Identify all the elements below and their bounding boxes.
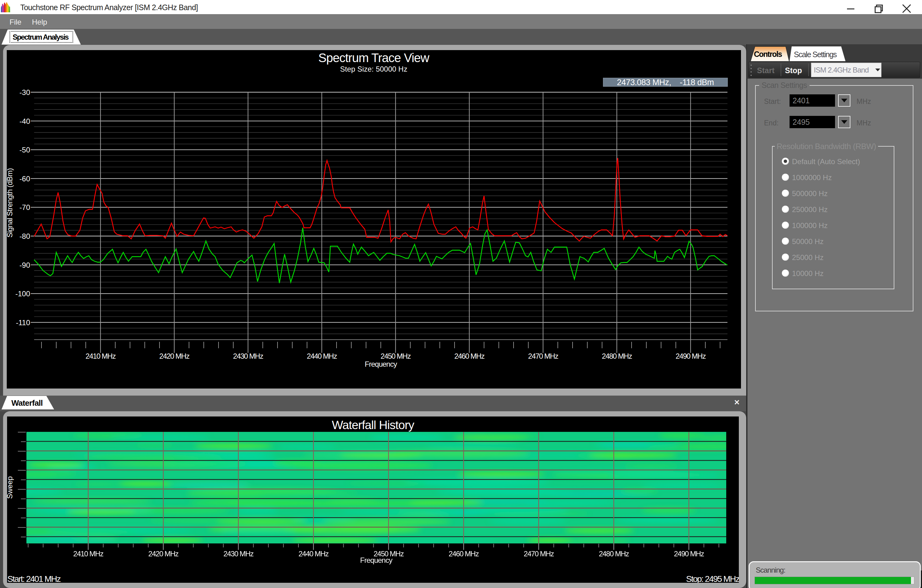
svg-text:Start: 2401 MHz: Start: 2401 MHz [7,574,60,583]
svg-text:2440 MHz: 2440 MHz [298,550,329,558]
svg-text:-90: -90 [20,261,30,269]
svg-text:-60: -60 [20,175,30,183]
svg-text:Frequency: Frequency [360,556,392,564]
svg-text:2470 MHz: 2470 MHz [524,550,554,558]
svg-text:2410 MHz: 2410 MHz [85,352,116,360]
svg-text:2430 MHz: 2430 MHz [224,550,253,558]
svg-text:2440 MHz: 2440 MHz [307,352,337,360]
svg-text:2480 MHz: 2480 MHz [599,550,629,558]
svg-text:Stop: 2495 MHz: Stop: 2495 MHz [686,574,739,583]
svg-text:-30: -30 [20,88,30,96]
svg-text:2420 MHz: 2420 MHz [149,550,178,558]
svg-text:2460 MHz: 2460 MHz [454,352,484,360]
svg-text:-80: -80 [20,232,30,240]
svg-text:2480 MHz: 2480 MHz [602,352,632,360]
svg-text:2490 MHz: 2490 MHz [675,352,706,360]
svg-text:2460 MHz: 2460 MHz [449,550,479,558]
svg-text:-50: -50 [20,146,30,154]
svg-text:2490 MHz: 2490 MHz [674,550,704,558]
svg-text:2430 MHz: 2430 MHz [233,352,263,360]
svg-text:Signal Strength (dBm): Signal Strength (dBm) [7,168,14,238]
svg-text:-40: -40 [20,117,30,126]
svg-text:-110: -110 [16,318,30,327]
svg-text:Sweep: Sweep [7,476,14,498]
svg-text:Frequency: Frequency [365,360,397,368]
svg-text:2410 MHz: 2410 MHz [73,550,103,558]
svg-text:-70: -70 [20,203,30,211]
svg-text:2420 MHz: 2420 MHz [159,352,189,360]
svg-text:2450 MHz: 2450 MHz [381,352,410,360]
svg-text:-100: -100 [15,289,30,298]
svg-text:2470 MHz: 2470 MHz [528,352,558,360]
